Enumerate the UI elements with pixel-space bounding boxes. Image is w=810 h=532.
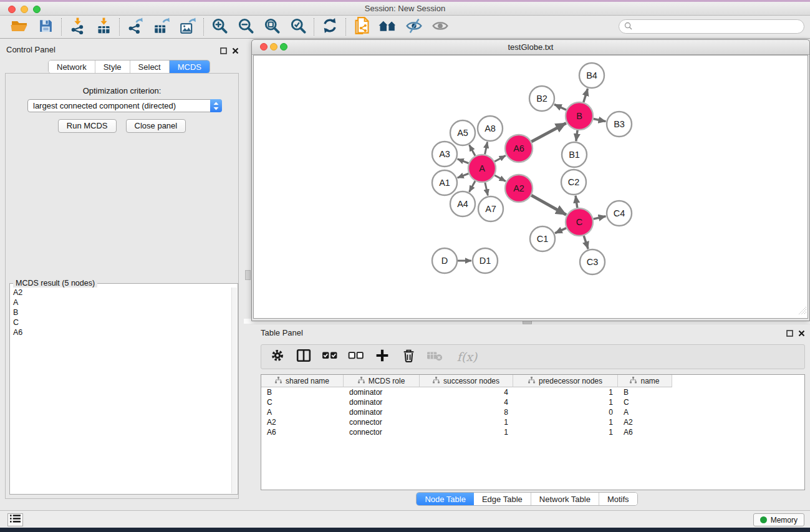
hide-selected-button[interactable] — [401, 17, 427, 37]
network-window-titlebar[interactable]: testGlobe.txt — [252, 40, 809, 55]
column-header-name[interactable]: name — [618, 375, 672, 387]
table-settings-button[interactable] — [269, 347, 286, 366]
close-panel-button[interactable]: Close panel — [126, 119, 186, 133]
node-A2[interactable]: A2 — [505, 175, 533, 202]
search-field[interactable] — [619, 19, 804, 34]
column-header-predecessor-nodes[interactable]: predecessor nodes — [513, 375, 618, 387]
run-mcds-button[interactable]: Run MCDS — [58, 119, 117, 133]
edge-C-C4[interactable] — [593, 216, 605, 219]
table-cell[interactable]: A2 — [261, 417, 344, 427]
node-D[interactable]: D — [432, 248, 457, 273]
table-cell[interactable]: A — [261, 407, 344, 417]
result-scrollbar[interactable] — [231, 288, 237, 493]
float-table-panel-icon[interactable] — [786, 328, 793, 339]
node-B1[interactable]: B1 — [562, 142, 587, 167]
node-C2[interactable]: C2 — [561, 170, 586, 195]
edge-A-A5[interactable] — [470, 145, 476, 155]
node-A[interactable]: A — [468, 155, 496, 182]
table-cell[interactable]: 1 — [513, 427, 618, 437]
node-B4[interactable]: B4 — [579, 63, 604, 88]
close-table-panel-icon[interactable] — [798, 328, 805, 339]
close-panel-icon[interactable] — [232, 46, 239, 57]
table-row[interactable]: A6connector11A6 — [261, 427, 804, 437]
edge-B-B2[interactable] — [554, 104, 566, 110]
edge-C-C3[interactable] — [584, 236, 588, 249]
criterion-dropdown[interactable]: largest connected component (directed) — [27, 99, 222, 112]
node-A7[interactable]: A7 — [478, 196, 503, 221]
node-A4[interactable]: A4 — [450, 191, 475, 216]
table-cell[interactable]: A6 — [261, 427, 344, 437]
tab-network-table[interactable]: Network Table — [531, 493, 599, 505]
edge-A6-B[interactable] — [531, 123, 566, 142]
show-all-button[interactable] — [427, 17, 453, 37]
edge-A-A2[interactable] — [494, 175, 506, 181]
table-cell[interactable]: 1 — [513, 397, 618, 407]
table-cell[interactable]: C — [618, 397, 672, 407]
column-header-shared-name[interactable]: shared name — [261, 375, 344, 387]
table-cell[interactable]: dominator — [344, 397, 420, 407]
table-cell[interactable]: B — [261, 387, 344, 397]
tab-motifs[interactable]: Motifs — [599, 493, 637, 505]
zoom-out-button[interactable] — [233, 17, 259, 37]
table-cell[interactable]: 1 — [420, 427, 513, 437]
table-row[interactable]: Bdominator41B — [261, 387, 804, 397]
delete-column-button[interactable] — [400, 347, 417, 366]
node-table[interactable]: shared nameMCDS rolesuccessor nodesprede… — [261, 374, 805, 490]
memory-button[interactable]: Memory — [753, 513, 804, 526]
tab-select[interactable]: Select — [130, 60, 170, 73]
table-row[interactable]: Cdominator41C — [261, 397, 804, 407]
edge-A2-C[interactable] — [531, 195, 566, 215]
node-B3[interactable]: B3 — [607, 112, 632, 137]
node-C1[interactable]: C1 — [530, 226, 555, 251]
node-A6[interactable]: A6 — [505, 135, 533, 162]
mcds-result-item[interactable]: C — [11, 317, 231, 327]
tab-node-table[interactable]: Node Table — [417, 493, 474, 505]
node-A8[interactable]: A8 — [478, 116, 503, 141]
edge-A-A7[interactable] — [485, 182, 488, 195]
vertical-splitter-handle[interactable] — [245, 270, 251, 280]
deselect-all-columns-button[interactable] — [347, 347, 365, 366]
new-network-from-selection-button[interactable] — [349, 17, 375, 37]
table-cell[interactable]: 8 — [420, 407, 513, 417]
open-file-button[interactable] — [6, 17, 32, 37]
save-session-button[interactable] — [32, 17, 59, 37]
node-B2[interactable]: B2 — [529, 86, 554, 111]
table-cell[interactable]: 1 — [513, 417, 618, 427]
tab-mcds[interactable]: MCDS — [170, 60, 210, 73]
create-column-button[interactable] — [374, 347, 391, 366]
column-header-successor-nodes[interactable]: successor nodes — [420, 375, 513, 387]
table-cell[interactable]: 1 — [513, 387, 618, 397]
table-row[interactable]: Adominator80A — [261, 407, 804, 417]
mcds-result-item[interactable]: B — [11, 307, 231, 317]
resize-grip-icon[interactable] — [799, 306, 807, 317]
table-cell[interactable]: dominator — [344, 387, 420, 397]
zoom-fit-button[interactable] — [259, 17, 285, 37]
edge-A-A8[interactable] — [485, 142, 488, 155]
network-graph[interactable]: B4B2BB3A8A5A6A3B1AC2A1A2A4A7C4CC1C3DD1 — [254, 56, 809, 319]
network-canvas[interactable]: B4B2BB3A8A5A6A3B1AC2A1A2A4A7C4CC1C3DD1 — [253, 55, 808, 319]
zoom-in-button[interactable] — [206, 17, 233, 37]
mcds-result-item[interactable]: A6 — [11, 327, 231, 337]
export-table-button[interactable] — [148, 17, 175, 37]
node-C3[interactable]: C3 — [580, 249, 605, 274]
first-neighbors-button[interactable] — [375, 17, 401, 37]
export-network-button[interactable] — [122, 17, 148, 37]
table-cell[interactable]: 4 — [420, 387, 513, 397]
edge-B-B4[interactable] — [584, 89, 588, 102]
delete-table-button[interactable] — [426, 347, 443, 366]
table-cell[interactable]: A6 — [618, 427, 672, 437]
table-cell[interactable]: 4 — [420, 397, 513, 407]
edge-A-A4[interactable] — [470, 181, 476, 191]
tab-style[interactable]: Style — [95, 60, 130, 73]
mcds-result-item[interactable]: A2 — [11, 288, 231, 297]
select-all-columns-button[interactable] — [321, 347, 339, 366]
table-row[interactable]: A2connector11A2 — [261, 417, 804, 427]
table-cell[interactable]: 0 — [513, 407, 618, 417]
edge-A-A3[interactable] — [458, 159, 469, 163]
table-cell[interactable]: A2 — [618, 417, 672, 427]
node-A5[interactable]: A5 — [450, 120, 475, 145]
edge-B-B3[interactable] — [594, 119, 606, 122]
edge-C-C1[interactable] — [555, 228, 566, 233]
table-cell[interactable]: dominator — [344, 407, 420, 417]
node-A1[interactable]: A1 — [432, 170, 457, 195]
